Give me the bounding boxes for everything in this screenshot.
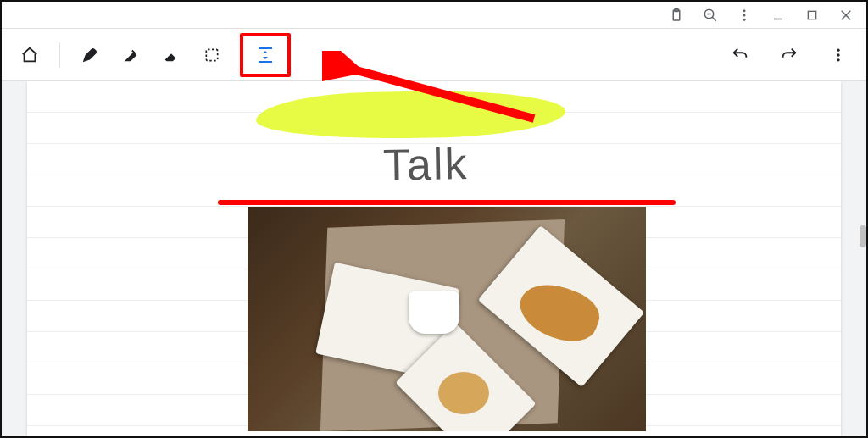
close-icon[interactable] <box>836 5 856 25</box>
redo-button[interactable] <box>771 37 807 73</box>
svg-point-6 <box>743 14 746 16</box>
eraser-tool[interactable] <box>153 37 189 73</box>
toolbar <box>2 29 866 81</box>
scrollbar-thumb[interactable] <box>860 225 866 247</box>
pen-tool[interactable] <box>72 37 108 73</box>
home-button[interactable] <box>12 37 47 73</box>
svg-rect-12 <box>206 49 217 60</box>
expand-section-tool[interactable] <box>248 37 283 73</box>
undo-button[interactable] <box>722 37 758 73</box>
clipboard-icon[interactable] <box>666 5 687 25</box>
svg-point-16 <box>837 53 839 56</box>
canvas-area: Talk <box>2 81 866 436</box>
maximize-icon[interactable] <box>802 5 822 25</box>
handwriting-text: Talk <box>382 138 469 191</box>
red-underline <box>218 200 676 205</box>
more-vert-icon[interactable] <box>734 5 754 25</box>
svg-point-5 <box>743 9 746 12</box>
toolbar-left <box>12 30 296 80</box>
zoom-out-icon[interactable] <box>700 5 721 25</box>
select-tool[interactable] <box>194 37 230 73</box>
svg-point-7 <box>743 18 746 20</box>
more-button[interactable] <box>821 37 856 73</box>
separator <box>59 42 60 68</box>
svg-line-3 <box>712 17 716 21</box>
toolbar-right <box>722 37 856 73</box>
svg-point-17 <box>837 58 839 61</box>
window-bar <box>2 2 866 29</box>
embedded-photo[interactable] <box>248 207 646 431</box>
page-canvas[interactable]: Talk <box>27 81 841 436</box>
svg-point-15 <box>837 48 839 51</box>
expand-section-wrap <box>235 30 296 80</box>
highlighter-tool[interactable] <box>113 37 148 73</box>
minimize-icon[interactable] <box>768 5 788 25</box>
svg-rect-9 <box>808 11 815 19</box>
